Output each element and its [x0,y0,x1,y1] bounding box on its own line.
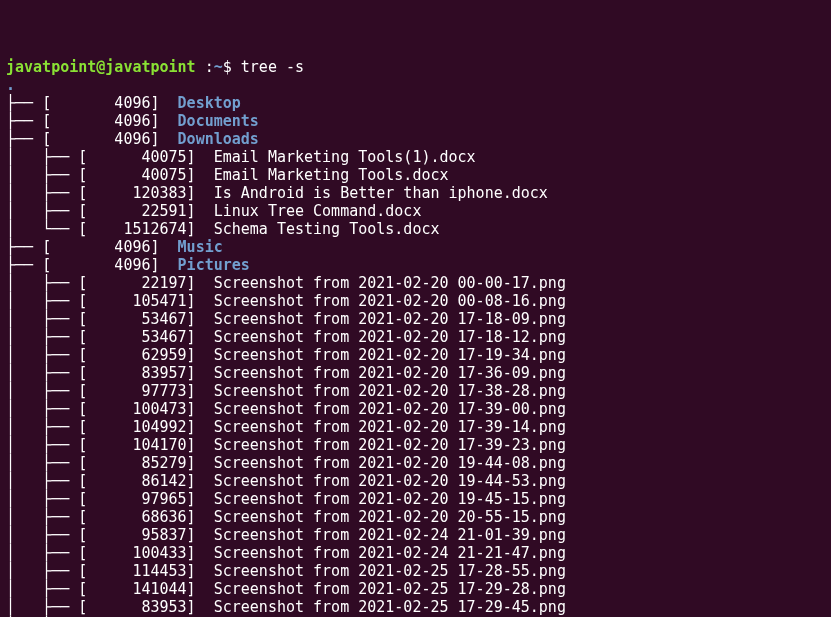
tree-branch: │ ├── [6,292,78,310]
tree-branch: ├── [6,238,42,256]
tree-size: [ 4096] [42,112,177,130]
tree-size: [ 22591] [78,202,213,220]
tree-file-name: Screenshot from 2021-02-20 17-36-09.png [214,364,566,382]
tree-branch: │ ├── [6,598,78,616]
tree-size: [ 114453] [78,562,213,580]
prompt-sep1: : [196,58,214,76]
tree-branch: │ ├── [6,490,78,508]
tree-branch: │ ├── [6,364,78,382]
tree-size: [ 86142] [78,472,213,490]
tree-size: [ 53467] [78,328,213,346]
tree-branch: │ ├── [6,184,78,202]
tree-size: [ 22197] [78,274,213,292]
tree-branch: │ ├── [6,508,78,526]
tree-size: [ 97773] [78,382,213,400]
tree-file-name: Screenshot from 2021-02-20 20-55-15.png [214,508,566,526]
tree-size: [ 97965] [78,490,213,508]
tree-dir-name: Documents [178,112,259,130]
tree-listing: ├── [ 4096] Desktop ├── [ 4096] Document… [6,94,825,617]
tree-size: [ 141044] [78,580,213,598]
tree-size: [ 68636] [78,508,213,526]
tree-branch: │ ├── [6,328,78,346]
tree-dir-name: Desktop [178,94,241,112]
tree-file-name: Screenshot from 2021-02-25 17-29-28.png [214,580,566,598]
tree-dir-name: Downloads [178,130,259,148]
tree-size: [ 120383] [78,184,213,202]
tree-branch: │ ├── [6,526,78,544]
tree-file-name: Schema Testing Tools.docx [214,220,440,238]
tree-branch: ├── [6,94,42,112]
tree-size: [ 100473] [78,400,213,418]
tree-size: [ 40075] [78,148,213,166]
tree-size: [ 104170] [78,436,213,454]
tree-file-name: Screenshot from 2021-02-20 00-00-17.png [214,274,566,292]
tree-file-name: Screenshot from 2021-02-20 19-44-53.png [214,472,566,490]
tree-file-name: Screenshot from 2021-02-20 17-38-28.png [214,382,566,400]
tree-size: [ 4096] [42,238,177,256]
tree-file-name: Screenshot from 2021-02-20 17-39-23.png [214,436,566,454]
tree-branch: │ ├── [6,562,78,580]
tree-file-name: Email Marketing Tools(1).docx [214,148,476,166]
tree-file-name: Screenshot from 2021-02-20 19-44-08.png [214,454,566,472]
tree-size: [ 4096] [42,256,177,274]
tree-file-name: Screenshot from 2021-02-20 19-45-15.png [214,490,566,508]
tree-size: [ 83953] [78,598,213,616]
tree-branch: │ ├── [6,274,78,292]
tree-file-name: Linux Tree Command.docx [214,202,422,220]
tree-root: . [6,76,15,94]
tree-branch: ├── [6,112,42,130]
tree-branch: │ ├── [6,382,78,400]
tree-size: [ 4096] [42,130,177,148]
tree-file-name: Screenshot from 2021-02-20 00-08-16.png [214,292,566,310]
tree-branch: │ ├── [6,166,78,184]
tree-branch: │ ├── [6,148,78,166]
tree-branch: │ ├── [6,544,78,562]
prompt-sep2: $ [223,58,241,76]
tree-size: [ 85279] [78,454,213,472]
tree-branch: │ ├── [6,400,78,418]
command-text: tree -s [241,58,304,76]
tree-branch: │ ├── [6,436,78,454]
tree-file-name: Screenshot from 2021-02-20 17-39-00.png [214,400,566,418]
tree-size: [ 53467] [78,310,213,328]
tree-dir-name: Music [178,238,223,256]
tree-branch: │ ├── [6,346,78,364]
tree-size: [ 40075] [78,166,213,184]
tree-size: [ 95837] [78,526,213,544]
tree-size: [ 1512674] [78,220,213,238]
prompt-path: ~ [214,58,223,76]
tree-dir-name: Pictures [178,256,250,274]
tree-branch: │ ├── [6,310,78,328]
tree-branch: ├── [6,256,42,274]
tree-size: [ 100433] [78,544,213,562]
terminal-output[interactable]: javatpoint@javatpoint :~$ tree -s . ├── … [6,58,825,617]
tree-file-name: Screenshot from 2021-02-25 17-29-45.png [214,598,566,616]
tree-branch: │ └── [6,220,78,238]
tree-branch: │ ├── [6,580,78,598]
tree-file-name: Screenshot from 2021-02-20 17-18-12.png [214,328,566,346]
tree-branch: ├── [6,130,42,148]
tree-file-name: Screenshot from 2021-02-20 17-39-14.png [214,418,566,436]
tree-size: [ 105471] [78,292,213,310]
tree-branch: │ ├── [6,454,78,472]
tree-size: [ 104992] [78,418,213,436]
tree-file-name: Email Marketing Tools.docx [214,166,449,184]
tree-file-name: Screenshot from 2021-02-20 17-18-09.png [214,310,566,328]
tree-size: [ 62959] [78,346,213,364]
tree-branch: │ ├── [6,472,78,490]
tree-file-name: Screenshot from 2021-02-25 17-28-55.png [214,562,566,580]
tree-branch: │ ├── [6,418,78,436]
tree-branch: │ ├── [6,202,78,220]
tree-file-name: Screenshot from 2021-02-24 21-01-39.png [214,526,566,544]
tree-size: [ 83957] [78,364,213,382]
tree-file-name: Screenshot from 2021-02-24 21-21-47.png [214,544,566,562]
tree-file-name: Screenshot from 2021-02-20 17-19-34.png [214,346,566,364]
tree-file-name: Is Android is Better than iphone.docx [214,184,548,202]
tree-size: [ 4096] [42,94,177,112]
prompt-user-host: javatpoint@javatpoint [6,58,196,76]
